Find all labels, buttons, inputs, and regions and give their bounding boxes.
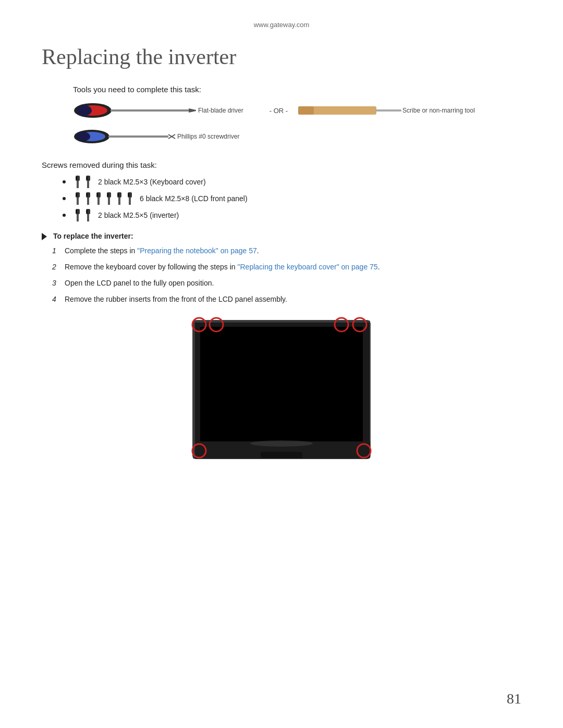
svg-rect-36 xyxy=(129,198,131,205)
flatblade-driver-image xyxy=(73,101,198,120)
list-item: 2 black M2.5×3 (Keyboard cover) xyxy=(63,176,521,188)
svg-rect-30 xyxy=(108,198,110,205)
svg-rect-24 xyxy=(87,198,89,205)
svg-point-56 xyxy=(250,440,313,447)
phillips-driver-image xyxy=(73,127,177,146)
screw-description: 2 black M2.5×5 (inverter) xyxy=(98,211,179,219)
step-text: Remove the keyboard cover by following t… xyxy=(65,262,521,273)
svg-rect-28 xyxy=(97,193,98,196)
scribe-image xyxy=(298,104,402,117)
screw-icon xyxy=(73,209,82,221)
screw-icon xyxy=(83,209,93,221)
screw-icon xyxy=(104,192,114,205)
page-title: Replacing the inverter xyxy=(42,44,521,69)
steps-list: 1 Complete the steps in "Preparing the n… xyxy=(52,245,521,305)
scribe-label: Scribe or non-marring tool xyxy=(402,107,475,114)
phillips-label: Phillips #0 screwdriver xyxy=(177,133,239,140)
screw-icons-6 xyxy=(73,192,136,205)
svg-rect-33 xyxy=(118,198,120,205)
step-item-4: 4 Remove the rubber inserts from the fro… xyxy=(52,294,521,305)
screw-icon xyxy=(125,192,134,205)
triangle-marker-icon xyxy=(42,233,47,240)
step-link[interactable]: "Replacing the keyboard cover" on page 7… xyxy=(238,263,378,271)
flatblade-label: Flat-blade driver xyxy=(198,107,243,114)
or-separator: - OR - xyxy=(270,107,288,115)
svg-marker-4 xyxy=(189,108,196,113)
tools-section: Tools you need to complete this task: Fl… xyxy=(73,85,521,146)
svg-point-10 xyxy=(77,132,90,141)
lcd-panel xyxy=(188,315,375,466)
bullet-dot xyxy=(63,214,66,217)
list-item: 2 black M2.5×5 (inverter) xyxy=(63,209,521,221)
lcd-panel-svg xyxy=(188,315,375,466)
flatblade-tool: Flat-blade driver xyxy=(73,101,243,120)
screw-icons-2b xyxy=(73,209,94,221)
svg-rect-19 xyxy=(87,177,88,180)
step-link[interactable]: "Preparing the notebook" on page 57 xyxy=(137,246,256,255)
step-number: 3 xyxy=(52,278,65,289)
step-number: 1 xyxy=(52,245,65,256)
steps-header: To replace the inverter: xyxy=(42,232,521,240)
screws-section: Screws removed during this task: xyxy=(42,161,521,221)
step-item-1: 1 Complete the steps in "Preparing the n… xyxy=(52,245,521,256)
screw-icon xyxy=(115,192,124,205)
screw-icon xyxy=(73,192,82,205)
phillips-tool: Phillips #0 screwdriver xyxy=(73,127,239,146)
step-number: 4 xyxy=(52,294,65,305)
step-item-2: 2 Remove the keyboard cover by following… xyxy=(52,262,521,273)
svg-rect-6 xyxy=(298,106,314,115)
screw-icon xyxy=(73,176,82,188)
svg-rect-3 xyxy=(111,109,189,112)
svg-rect-25 xyxy=(87,193,88,196)
svg-point-2 xyxy=(77,105,92,116)
svg-rect-39 xyxy=(77,214,79,221)
svg-rect-7 xyxy=(375,109,401,112)
svg-rect-43 xyxy=(87,210,88,213)
svg-rect-34 xyxy=(118,193,119,196)
svg-rect-42 xyxy=(87,214,89,221)
svg-rect-37 xyxy=(128,193,129,196)
lcd-image-container xyxy=(42,315,521,466)
screw-description: 6 black M2.5×8 (LCD front panel) xyxy=(140,194,248,203)
svg-rect-31 xyxy=(107,193,108,196)
page-wrapper: www.gateway.com Replacing the inverter T… xyxy=(0,0,563,728)
svg-rect-11 xyxy=(108,135,168,138)
svg-rect-45 xyxy=(200,327,363,441)
website-url: www.gateway.com xyxy=(42,21,521,29)
screw-icon xyxy=(83,176,93,188)
svg-rect-49 xyxy=(193,320,195,459)
svg-rect-15 xyxy=(77,181,79,188)
svg-rect-40 xyxy=(76,210,77,213)
svg-rect-16 xyxy=(76,177,77,180)
svg-rect-27 xyxy=(97,198,100,205)
step-number: 2 xyxy=(52,262,65,273)
tool-row-1: Flat-blade driver - OR - Scribe or non-m… xyxy=(73,101,521,120)
screw-icon xyxy=(94,192,103,205)
svg-rect-21 xyxy=(77,198,79,205)
tool-row-2: Phillips #0 screwdriver xyxy=(73,127,521,146)
screw-description: 2 black M2.5×3 (Keyboard cover) xyxy=(98,178,206,186)
svg-rect-18 xyxy=(87,181,89,188)
scribe-tool: Scribe or non-marring tool xyxy=(298,104,475,117)
page-number: 81 xyxy=(507,690,521,707)
screws-list: 2 black M2.5×3 (Keyboard cover) 6 black … xyxy=(63,176,521,221)
screws-heading: Screws removed during this task: xyxy=(42,161,521,169)
step-text: Remove the rubber inserts from the front… xyxy=(65,294,521,305)
step-item-3: 3 Open the LCD panel to the fully open p… xyxy=(52,278,521,289)
svg-rect-22 xyxy=(76,193,77,196)
tools-heading: Tools you need to complete this task: xyxy=(73,85,521,94)
step-text: Open the LCD panel to the fully open pos… xyxy=(65,278,521,289)
steps-section: To replace the inverter: 1 Complete the … xyxy=(42,232,521,305)
list-item: 6 black M2.5×8 (LCD front panel) xyxy=(63,192,521,205)
bullet-dot xyxy=(63,197,66,200)
svg-rect-48 xyxy=(193,320,370,323)
screw-icons-2 xyxy=(73,176,94,188)
svg-rect-47 xyxy=(261,452,302,458)
screw-icon xyxy=(83,192,93,205)
step-text: Complete the steps in "Preparing the not… xyxy=(65,245,521,256)
bullet-dot xyxy=(63,180,66,183)
